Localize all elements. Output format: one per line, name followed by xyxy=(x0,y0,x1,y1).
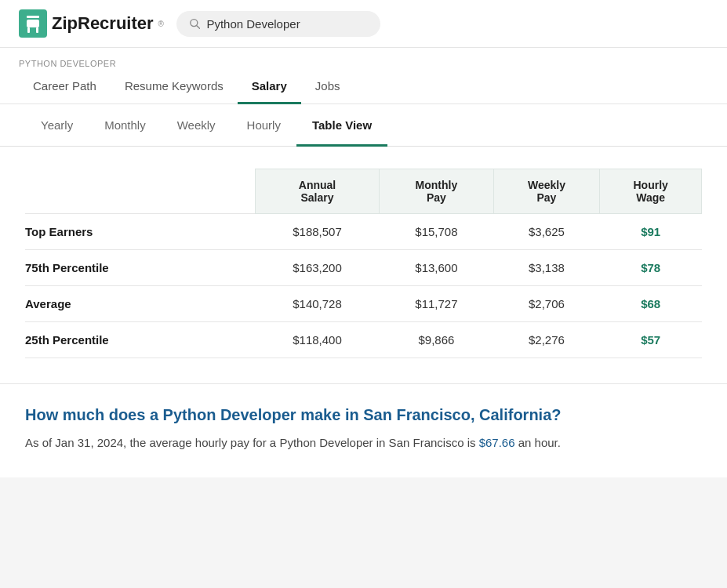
row-label-top-earners: Top Earners xyxy=(25,214,255,250)
search-input[interactable] xyxy=(206,17,368,31)
salary-table: AnnualSalary MonthlyPay WeeklyPay Hourly… xyxy=(25,169,702,358)
job-title-label: PYTHON DEVELOPER xyxy=(19,48,708,71)
cell-75-weekly: $3,138 xyxy=(493,250,600,286)
search-bar[interactable] xyxy=(176,11,380,37)
bottom-section: How much does a Python Developer make in… xyxy=(0,383,727,477)
svg-rect-3 xyxy=(27,27,30,33)
col-header-weekly: WeeklyPay xyxy=(493,169,600,214)
row-label-75th: 75th Percentile xyxy=(25,250,255,286)
header: ZipRecruiter ® xyxy=(0,0,727,48)
cell-25-monthly: $9,866 xyxy=(380,322,493,358)
tab-salary[interactable]: Salary xyxy=(238,71,301,104)
cell-top-hourly: $91 xyxy=(600,214,702,250)
bottom-text: As of Jan 31, 2024, the average hourly p… xyxy=(25,434,702,452)
cell-avg-monthly: $11,727 xyxy=(380,286,493,322)
sub-header: PYTHON DEVELOPER Career Path Resume Keyw… xyxy=(0,48,727,104)
nav-tabs: Career Path Resume Keywords Salary Jobs xyxy=(19,71,708,103)
logo-text: ZipRecruiter xyxy=(52,13,154,34)
salary-link[interactable]: $67.66 xyxy=(479,436,515,449)
table-row: Top Earners $188,507 $15,708 $3,625 $91 xyxy=(25,214,702,250)
salary-tab-hourly[interactable]: Hourly xyxy=(231,104,296,147)
col-header-hourly: HourlyWage xyxy=(600,169,702,214)
cell-75-monthly: $13,600 xyxy=(380,250,493,286)
salary-tabs: Yearly Monthly Weekly Hourly Table View xyxy=(0,104,727,147)
col-header-empty xyxy=(25,169,255,214)
salary-tab-monthly[interactable]: Monthly xyxy=(89,104,162,147)
cell-avg-hourly: $68 xyxy=(600,286,702,322)
cell-avg-weekly: $2,706 xyxy=(493,286,600,322)
svg-line-6 xyxy=(197,26,200,29)
search-icon xyxy=(189,17,200,30)
svg-rect-1 xyxy=(27,16,39,18)
cell-top-monthly: $15,708 xyxy=(380,214,493,250)
cell-top-weekly: $3,625 xyxy=(493,214,600,250)
tab-career-path[interactable]: Career Path xyxy=(19,71,111,104)
logo[interactable]: ZipRecruiter ® xyxy=(19,9,164,38)
svg-rect-2 xyxy=(27,20,39,27)
cell-avg-annual: $140,728 xyxy=(255,286,380,322)
tab-jobs[interactable]: Jobs xyxy=(301,71,354,104)
table-row: 25th Percentile $118,400 $9,866 $2,276 $… xyxy=(25,322,702,358)
table-row: 75th Percentile $163,200 $13,600 $3,138 … xyxy=(25,250,702,286)
col-header-annual: AnnualSalary xyxy=(255,169,380,214)
row-label-25th: 25th Percentile xyxy=(25,322,255,358)
cell-25-hourly: $57 xyxy=(600,322,702,358)
row-label-average: Average xyxy=(25,286,255,322)
cell-75-annual: $163,200 xyxy=(255,250,380,286)
table-section: AnnualSalary MonthlyPay WeeklyPay Hourly… xyxy=(0,147,727,383)
cell-25-annual: $118,400 xyxy=(255,322,380,358)
salary-tab-yearly[interactable]: Yearly xyxy=(25,104,89,147)
salary-tab-weekly[interactable]: Weekly xyxy=(162,104,231,147)
col-header-monthly: MonthlyPay xyxy=(380,169,493,214)
svg-rect-4 xyxy=(36,27,38,33)
bottom-heading: How much does a Python Developer make in… xyxy=(25,406,702,424)
cell-75-hourly: $78 xyxy=(600,250,702,286)
main-content: Yearly Monthly Weekly Hourly Table View … xyxy=(0,104,727,477)
tab-resume-keywords[interactable]: Resume Keywords xyxy=(111,71,238,104)
cell-25-weekly: $2,276 xyxy=(493,322,600,358)
salary-tab-table-view[interactable]: Table View xyxy=(296,104,387,147)
ziprecruiter-logo-icon xyxy=(19,9,47,38)
table-row: Average $140,728 $11,727 $2,706 $68 xyxy=(25,286,702,322)
cell-top-annual: $188,507 xyxy=(255,214,380,250)
